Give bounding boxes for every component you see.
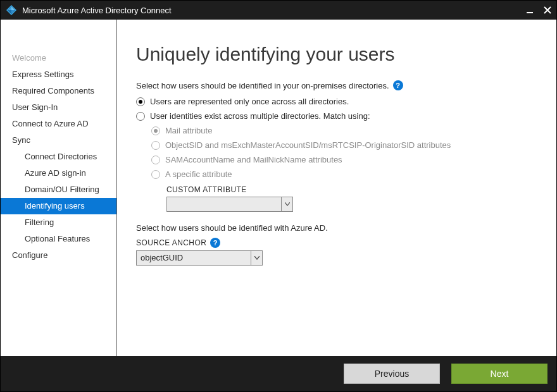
source-anchor-block: SOURCE ANCHOR ? objectGUID	[136, 238, 537, 266]
sidebar-item-azure-ad-sign-in[interactable]: Azure AD sign-in	[1, 165, 116, 181]
radio-icon	[151, 141, 160, 150]
sidebar-item-welcome: Welcome	[1, 50, 116, 66]
sidebar-item-identifying-users[interactable]: Identifying users	[1, 198, 116, 214]
intro-azure-ad: Select how users should be identified wi…	[136, 223, 537, 233]
radio-label: ObjectSID and msExchMasterAccountSID/msR…	[165, 140, 451, 150]
chevron-down-icon	[281, 197, 292, 211]
help-icon[interactable]: ?	[210, 238, 220, 248]
sidebar-item-required-components[interactable]: Required Components	[1, 83, 116, 99]
radio-row-multiple[interactable]: User identities exist across multiple di…	[136, 109, 537, 123]
source-anchor-value: objectGUID	[137, 251, 251, 265]
sidebar-item-configure[interactable]: Configure	[1, 247, 116, 264]
titlebar: Microsoft Azure Active Directory Connect	[1, 1, 556, 20]
window-title: Microsoft Azure Active Directory Connect	[22, 6, 521, 15]
intro-on-prem: Select how users should be identified in…	[136, 80, 537, 90]
help-icon[interactable]: ?	[393, 80, 403, 90]
radio-row-once[interactable]: Users are represented only once across a…	[136, 94, 537, 109]
sidebar-item-filtering[interactable]: Filtering	[1, 214, 116, 231]
source-anchor-label: SOURCE ANCHOR	[136, 238, 206, 247]
radio-label: SAMAccountName and MailNickName attribut…	[165, 155, 342, 164]
sidebar-item-domain-ou-filtering[interactable]: Domain/OU Filtering	[1, 181, 116, 198]
radio-row-specific-attribute: A specific attribute	[136, 167, 537, 181]
sidebar-item-user-sign-in[interactable]: User Sign-In	[1, 99, 116, 116]
radio-label: Users are represented only once across a…	[150, 97, 349, 106]
close-button[interactable]	[539, 1, 556, 20]
sidebar-item-optional-features[interactable]: Optional Features	[1, 231, 116, 247]
body: Welcome Express Settings Required Compon…	[1, 20, 556, 356]
previous-button[interactable]: Previous	[344, 364, 440, 384]
sidebar-item-sync[interactable]: Sync	[1, 132, 116, 149]
radio-icon	[151, 156, 160, 164]
minimize-button[interactable]	[521, 1, 539, 20]
azure-ad-connect-window: Microsoft Azure Active Directory Connect…	[0, 0, 557, 392]
custom-attribute-block: CUSTOM ATTRIBUTE	[136, 185, 537, 212]
radio-row-objectsid: ObjectSID and msExchMasterAccountSID/msR…	[136, 138, 537, 152]
content: Uniquely identifying your users Select h…	[117, 20, 556, 356]
radio-icon	[151, 126, 160, 135]
radio-icon	[136, 97, 145, 106]
custom-attribute-combo	[166, 197, 293, 212]
radio-icon	[151, 170, 160, 179]
source-anchor-combo[interactable]: objectGUID	[136, 250, 263, 266]
azure-logo-icon	[6, 4, 17, 16]
radio-label: Mail attribute	[165, 126, 212, 135]
radio-row-mail: Mail attribute	[136, 123, 537, 138]
source-anchor-label-row: SOURCE ANCHOR ?	[136, 238, 537, 248]
svg-rect-7	[527, 12, 533, 13]
radio-row-samaccountname: SAMAccountName and MailNickName attribut…	[136, 152, 537, 167]
radio-label: A specific attribute	[165, 169, 232, 179]
page-title: Uniquely identifying your users	[136, 44, 537, 65]
radio-icon	[136, 112, 145, 121]
sidebar-item-connect-to-azure-ad[interactable]: Connect to Azure AD	[1, 116, 116, 132]
radio-label: User identities exist across multiple di…	[150, 111, 370, 121]
next-button[interactable]: Next	[451, 364, 548, 384]
sidebar-item-connect-directories[interactable]: Connect Directories	[1, 149, 116, 165]
custom-attribute-value	[167, 197, 281, 211]
intro-on-prem-text: Select how users should be identified in…	[136, 81, 389, 90]
footer: Previous Next	[1, 356, 556, 391]
sidebar-item-express-settings[interactable]: Express Settings	[1, 66, 116, 83]
chevron-down-icon[interactable]	[251, 251, 262, 265]
sidebar: Welcome Express Settings Required Compon…	[1, 20, 117, 356]
custom-attribute-label: CUSTOM ATTRIBUTE	[166, 185, 537, 194]
